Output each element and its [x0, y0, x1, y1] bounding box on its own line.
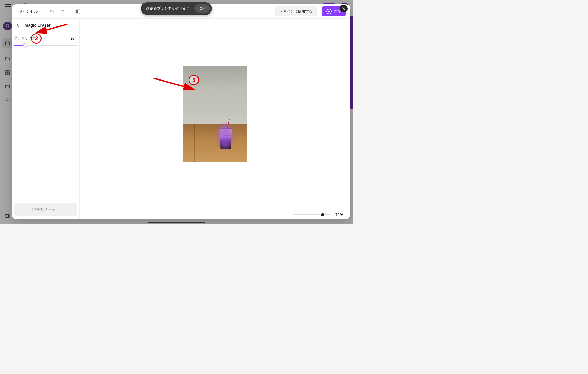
brush-size-slider[interactable]: [14, 45, 78, 46]
zoom-bar: 79%: [80, 210, 350, 219]
close-button[interactable]: [340, 5, 348, 12]
compare-button[interactable]: [74, 7, 82, 16]
brush-size-section: ブラシサイズ: [12, 32, 79, 48]
canvas-viewport[interactable]: COGNOSCOR COFFEE 3: [80, 19, 350, 210]
redo-icon: [59, 9, 65, 14]
reset-erase-button[interactable]: 消去をリセット: [14, 203, 77, 216]
annotation-step-3: 3: [189, 75, 199, 85]
brush-size-input[interactable]: [67, 35, 78, 42]
use-in-design-button[interactable]: デザインに使用する: [275, 6, 317, 16]
svg-rect-9: [76, 10, 78, 13]
cancel-button[interactable]: キャンセル: [16, 8, 40, 16]
modal-body: Magic Eraser ブラシサイズ 消去をリセット: [12, 19, 350, 219]
check-circle-icon: [326, 9, 332, 14]
panel-header: Magic Eraser: [12, 19, 79, 32]
compare-icon: [75, 9, 81, 14]
close-icon: [342, 7, 346, 10]
editor-modal: キャンセル B7F9…… …… …… …… …… i デザインに使用する 保存: [12, 4, 350, 219]
divider: [70, 8, 70, 15]
divider: [44, 8, 44, 15]
redo-button[interactable]: [58, 7, 66, 16]
home-indicator: [148, 222, 205, 223]
panel-title: Magic Eraser: [25, 23, 51, 28]
undo-icon: [49, 9, 54, 14]
svg-rect-10: [78, 10, 80, 13]
left-panel: Magic Eraser ブラシサイズ 消去をリセット: [12, 19, 80, 219]
slider-thumb[interactable]: [23, 43, 27, 47]
back-button[interactable]: [15, 22, 21, 29]
zoom-percent-label: 79%: [335, 212, 343, 217]
undo-button[interactable]: [47, 7, 56, 16]
zoom-slider-thumb[interactable]: [321, 213, 324, 216]
toast-message: 画像をブラシでなぞります: [146, 6, 190, 11]
toast-ok-button[interactable]: OK: [194, 4, 210, 13]
annotation-step-2: 2: [31, 33, 42, 44]
chevron-left-icon: [16, 24, 20, 27]
zoom-slider[interactable]: [293, 214, 331, 215]
brush-stroke-overlay: [212, 115, 238, 157]
canvas-area: COGNOSCOR COFFEE 3 79%: [80, 19, 350, 219]
instruction-toast: 画像をブラシでなぞります OK: [141, 2, 212, 15]
